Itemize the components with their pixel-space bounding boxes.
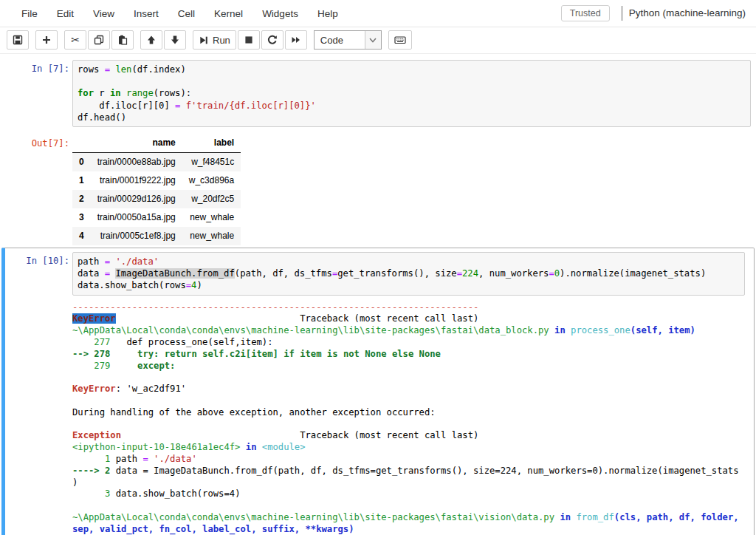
add-cell-icon bbox=[41, 35, 52, 45]
paste-cells-button[interactable] bbox=[111, 30, 134, 50]
menu-item-file[interactable]: File bbox=[12, 4, 47, 24]
traceback-line: KeyError: 'w_ac2df91' bbox=[72, 384, 745, 395]
table-row: 3train/00050a15a.jpgnew_whale bbox=[72, 208, 241, 227]
stop-icon bbox=[244, 35, 254, 45]
code-line: data.show_batch(rows=4) bbox=[78, 279, 740, 291]
kernel-name: Python (machine-learning) bbox=[622, 6, 746, 21]
paste-icon bbox=[117, 35, 128, 45]
interrupt-kernel-button[interactable] bbox=[238, 30, 260, 50]
output-prompt-spacer bbox=[5, 296, 72, 299]
traceback-line bbox=[72, 500, 745, 512]
traceback-line: --> 278 try: return self.c2i[item] if it… bbox=[72, 349, 745, 361]
code-input-10[interactable]: path = './data'data = ImageDataBunch.fro… bbox=[72, 252, 745, 296]
toolbar: ✂ Run bbox=[0, 27, 756, 54]
menu-item-view[interactable]: View bbox=[83, 4, 124, 24]
traceback-line: sep, valid_pct, fn_col, label_col, suffi… bbox=[72, 524, 745, 535]
chevron-down-icon bbox=[365, 31, 381, 49]
output-area-7: namelabel0train/0000e88ab.jpgw_f48451c1t… bbox=[72, 132, 756, 245]
traceback-line: ) bbox=[72, 477, 745, 489]
trusted-badge[interactable]: Trusted bbox=[561, 5, 610, 21]
code-line: for r in range(rows): bbox=[78, 87, 746, 99]
menu-item-cell[interactable]: Cell bbox=[168, 4, 205, 24]
save-button[interactable] bbox=[7, 30, 29, 50]
traceback-line: ----> 2 data = ImageDataBunch.from_df(pa… bbox=[72, 466, 745, 477]
step-forward-icon bbox=[199, 35, 208, 45]
move-cells-up-button[interactable] bbox=[140, 30, 162, 50]
notebook-area: In [7]: rows = len(df.index)for r in ran… bbox=[0, 54, 756, 535]
command-palette-button[interactable] bbox=[388, 30, 412, 50]
cut-icon: ✂ bbox=[71, 35, 80, 45]
output-prompt: Out[7]: bbox=[0, 132, 72, 149]
arrow-down-icon bbox=[170, 35, 180, 45]
save-icon bbox=[13, 35, 23, 45]
dataframe-table: namelabel0train/0000e88ab.jpgw_f48451c1t… bbox=[72, 134, 241, 245]
run-button-label: Run bbox=[213, 35, 230, 46]
traceback-line: KeyError Traceback (most recent call las… bbox=[72, 313, 745, 325]
menu-item-help[interactable]: Help bbox=[308, 4, 348, 24]
cell-type-select[interactable]: Code bbox=[314, 30, 382, 50]
traceback-line: 1 path = './data' bbox=[72, 454, 745, 466]
traceback-output: ----------------------------------------… bbox=[72, 302, 745, 535]
table-row: 1train/0001f9222.jpgw_c3d896a bbox=[72, 171, 241, 190]
copy-icon bbox=[94, 35, 104, 45]
traceback-line bbox=[72, 372, 745, 384]
menubar-right: Trusted Python (machine-learning) bbox=[561, 5, 746, 21]
traceback-line: 277 def process_one(self,item): bbox=[72, 337, 745, 349]
keyboard-icon bbox=[394, 35, 406, 45]
menu-items: FileEditViewInsertCellKernelWidgetsHelp bbox=[12, 4, 348, 24]
code-line bbox=[78, 75, 746, 87]
menu-item-edit[interactable]: Edit bbox=[47, 4, 83, 24]
menu-item-widgets[interactable]: Widgets bbox=[252, 4, 308, 24]
traceback-line: <ipython-input-10-18e461a1ec4f> in <modu… bbox=[72, 442, 745, 454]
traceback-line: ~\AppData\Local\conda\conda\envs\machine… bbox=[72, 512, 745, 524]
fast-forward-icon bbox=[291, 35, 301, 45]
input-prompt: In [10]: bbox=[5, 252, 72, 266]
menu-item-kernel[interactable]: Kernel bbox=[205, 4, 252, 24]
restart-icon bbox=[267, 35, 278, 45]
input-prompt: In [7]: bbox=[0, 60, 72, 74]
restart-kernel-button[interactable] bbox=[261, 30, 284, 50]
column-header: name bbox=[91, 134, 182, 153]
menu-item-insert[interactable]: Insert bbox=[124, 4, 168, 24]
code-line: data = ImageDataBunch.from_df(path, df, … bbox=[78, 268, 740, 279]
code-cell-10[interactable]: In [10]: path = './data'data = ImageData… bbox=[1, 248, 755, 535]
code-line: path = './data' bbox=[78, 256, 740, 268]
move-cells-down-button[interactable] bbox=[164, 30, 186, 50]
traceback-line bbox=[72, 395, 745, 407]
column-header: label bbox=[182, 134, 241, 153]
copy-cells-button[interactable] bbox=[88, 30, 110, 50]
traceback-line: Exception Traceback (most recent call la… bbox=[72, 430, 745, 442]
cell-type-value: Code bbox=[315, 35, 365, 46]
table-row: 0train/0000e88ab.jpgw_f48451c bbox=[72, 153, 241, 172]
traceback-line: During handling of the above exception, … bbox=[72, 407, 745, 419]
menu-bar: FileEditViewInsertCellKernelWidgetsHelp … bbox=[0, 0, 756, 27]
traceback-line: ~\AppData\Local\conda\conda\envs\machine… bbox=[72, 325, 745, 337]
insert-cell-below-button[interactable] bbox=[35, 30, 58, 50]
traceback-line: ----------------------------------------… bbox=[72, 302, 745, 314]
traceback-line bbox=[72, 419, 745, 431]
table-row: 2train/00029d126.jpgw_20df2c5 bbox=[72, 190, 241, 208]
code-line: rows = len(df.index) bbox=[78, 64, 746, 75]
traceback-line: 279 except: bbox=[72, 361, 745, 372]
cut-cells-button[interactable]: ✂ bbox=[64, 30, 86, 50]
arrow-up-icon bbox=[146, 35, 157, 45]
code-line: df.iloc[r][0] = f'train/{df.iloc[r][0]}' bbox=[78, 100, 746, 112]
code-line: df.head() bbox=[78, 112, 746, 123]
table-row: 4train/0005c1ef8.jpgnew_whale bbox=[72, 227, 241, 245]
traceback-line: 3 data.show_batch(rows=4) bbox=[72, 488, 745, 500]
code-input-7[interactable]: rows = len(df.index)for r in range(rows)… bbox=[72, 60, 751, 127]
restart-run-all-button[interactable] bbox=[285, 30, 307, 50]
run-button[interactable]: Run bbox=[193, 30, 236, 50]
code-cell-7: In [7]: rows = len(df.index)for r in ran… bbox=[0, 58, 756, 248]
